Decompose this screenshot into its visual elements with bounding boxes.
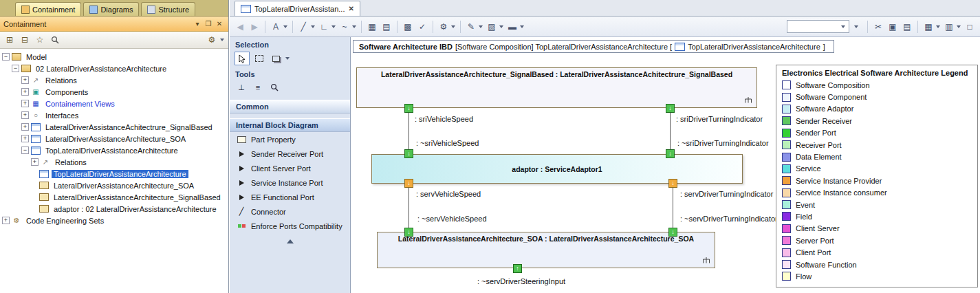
tree-item-part-adaptor[interactable]: adaptor : 02 LateralDriverAssistanceArch…	[0, 203, 228, 215]
tree-item-top-architecture-diagram-selected[interactable]: TopLateralDriverAssistanceArchitecture	[0, 168, 228, 180]
block-signalbased[interactable]: LateralDriverAssistanceArchitecture_Sign…	[356, 67, 757, 108]
table2-dropdown-button[interactable]: ▥	[942, 19, 956, 34]
tree-item-model[interactable]: − Model	[0, 51, 228, 63]
palette-item-connector[interactable]: ╱ Connector	[230, 204, 350, 219]
label-servVehicleSpeed[interactable]: : servVehicleSpeed	[416, 190, 481, 198]
tree-item-soa-diagram[interactable]: + LateralDriverAssistanceArchitecture_SO…	[0, 133, 228, 144]
window-button[interactable]: □	[963, 19, 977, 34]
palette-item-service-instance-port[interactable]: Service Instance Port	[230, 175, 350, 190]
palette-item-ee-functional-port[interactable]: EE Functional Port	[230, 190, 350, 204]
close-tab-icon[interactable]: ✕	[348, 5, 353, 12]
label-sriVehicleSpeed[interactable]: : sriVehicleSpeed	[415, 115, 473, 123]
style-combo-box[interactable]	[787, 20, 849, 33]
port-sriDriverTurningIndicator[interactable]: ↓	[666, 104, 675, 113]
oblique-path-button[interactable]: ╱	[296, 19, 310, 34]
tree-item-relations[interactable]: + ↗ Relations	[0, 156, 228, 168]
curve-path-button[interactable]: ~	[338, 19, 351, 34]
palette-item-sender-receiver-port[interactable]: Sender Receiver Port	[230, 146, 350, 161]
tree-item-relations[interactable]: + ↗ Relations	[0, 74, 228, 86]
section-internal-block-diagram[interactable]: Internal Block Diagram	[230, 118, 350, 132]
palette-collapse-button[interactable]	[230, 233, 350, 250]
tree-item-code-engineering-sets[interactable]: + ⚙ Code Engineering Sets	[0, 215, 228, 226]
port-conj-servVehicleSpeed[interactable]: ↓	[404, 228, 413, 237]
label-conj-servDriverTurningIndicator[interactable]: : ~servDriverTurningIndicator	[680, 215, 778, 223]
connector-servDriverTurningIndicator[interactable]	[673, 188, 673, 228]
favorites-icon[interactable]: ☆	[33, 33, 47, 47]
label-sriDriverTurningIndicator[interactable]: : sriDriverTurningIndicator	[676, 115, 763, 123]
palette-item-part-property[interactable]: Part Property	[230, 132, 350, 146]
snap-grid-button[interactable]: ▤	[380, 19, 393, 34]
sticky-tool-button[interactable]: ⊥	[235, 81, 248, 94]
label-conj-servVehicleSpeed[interactable]: : ~servVehicleSpeed	[417, 215, 487, 223]
palette-item-enforce-ports-compatibility[interactable]: Enforce Ports Compatibility	[230, 219, 350, 233]
quick-layout-button[interactable]: A	[269, 19, 283, 34]
tree-item-part-signalbased[interactable]: LateralDriverAssistanceArchitecture_Sign…	[0, 191, 228, 203]
expand-expander-icon[interactable]: +	[21, 111, 29, 119]
block-adaptor[interactable]: adaptor : ServiceAdaptor1	[371, 154, 743, 184]
tree-item-interfaces[interactable]: + ○ Interfaces	[0, 109, 228, 121]
panel-menu-icon[interactable]: ▾	[192, 19, 203, 29]
port-servVehicleSpeed[interactable]: ↓	[404, 179, 413, 188]
block-soa[interactable]: LateralDriverAssistanceArchitecture_SOA …	[377, 232, 715, 268]
collapse-all-icon[interactable]: ⊞	[3, 33, 17, 47]
show-grid-button[interactable]: ▦	[365, 19, 379, 34]
palette-item-client-server-port[interactable]: Client Server Port	[230, 161, 350, 175]
zoom-tool-button[interactable]	[268, 81, 281, 94]
line-color-button[interactable]: ▬	[505, 19, 519, 34]
expand-expander-icon[interactable]: +	[21, 76, 29, 84]
validate-button[interactable]: ✓	[415, 19, 429, 34]
expand-expander-icon[interactable]: +	[21, 88, 29, 96]
tree-item-part-soa[interactable]: LateralDriverAssistanceArchitecture_SOA	[0, 180, 228, 191]
diagram-options-gear-icon[interactable]: ⚙	[437, 19, 450, 34]
align-tool-button[interactable]: ≡	[251, 81, 265, 94]
expand-expander-icon[interactable]: +	[21, 135, 29, 142]
expand-expander-icon[interactable]: +	[21, 123, 29, 131]
tree-item-top-architecture[interactable]: − TopLateralDriverAssistanceArchitecture	[0, 144, 228, 156]
marquee-select-button[interactable]	[252, 52, 266, 65]
label-conj-sriVehicleSpeed[interactable]: : ~sriVehicleSpeed	[416, 139, 479, 147]
combo-extra-dropdown[interactable]	[850, 19, 864, 34]
save-as-image-button[interactable]: ▩	[401, 19, 415, 34]
label-servDriverTurningIndicator[interactable]: : servDriverTurningIndicator	[680, 190, 773, 198]
search-icon[interactable]	[48, 33, 62, 47]
document-tab[interactable]: TopLateralDriverAssistan... ✕	[235, 1, 360, 16]
expand-all-icon[interactable]: ⊟	[18, 33, 32, 47]
connector-sriVehicleSpeed[interactable]	[409, 113, 409, 149]
diagram-header[interactable]: Software Architecture IBD [Software Comp…	[353, 40, 834, 53]
port-conj-sriVehicleSpeed[interactable]: ↓	[404, 149, 413, 158]
port-conj-servDriverTurningIndicator[interactable]: ↓	[668, 228, 677, 237]
multi-select-button[interactable]	[269, 52, 283, 65]
port-conj-sriDriverTurningIndicator[interactable]: ↓	[666, 149, 675, 158]
expand-expander-icon[interactable]: +	[21, 100, 29, 107]
collapse-expander-icon[interactable]: −	[12, 65, 19, 72]
pen-style-button[interactable]: ✎	[464, 19, 478, 34]
table-dropdown-button[interactable]: ▦	[922, 19, 935, 34]
connector-servVehicleSpeed[interactable]	[409, 188, 409, 228]
back-button[interactable]: ◀	[233, 19, 247, 34]
collapse-expander-icon[interactable]: −	[2, 53, 10, 61]
paste-button[interactable]: ▤	[900, 19, 914, 34]
close-panel-icon[interactable]: ✕	[214, 19, 225, 29]
collapse-expander-icon[interactable]: −	[21, 146, 29, 154]
label-conj-servDriverSteeringInput[interactable]: : ~servDriverSteeringInput	[477, 277, 565, 285]
architecture-legend[interactable]: Electronics Electrical Software Architec…	[776, 65, 978, 287]
tree-item-signalbased-diagram[interactable]: + LateralDriverAssistanceAchitectrure_Si…	[0, 121, 228, 133]
port-servDriverTurningIndicator[interactable]: ↓	[668, 179, 677, 188]
tab-containment[interactable]: Containment	[15, 2, 81, 16]
port-sriVehicleSpeed[interactable]: ↓	[404, 104, 413, 113]
tree-item-containment-views[interactable]: + ▦ Containement Views	[0, 98, 228, 109]
tab-structure[interactable]: Structure	[141, 2, 195, 16]
gear-icon[interactable]: ⚙	[205, 33, 219, 47]
float-panel-icon[interactable]: ❐	[203, 19, 214, 29]
rectilinear-path-button[interactable]: ∟	[317, 19, 331, 34]
fill-color-button[interactable]: ▨	[485, 19, 499, 34]
forward-button[interactable]: ▶	[248, 19, 261, 34]
expand-expander-icon[interactable]: +	[31, 158, 39, 166]
diagram-canvas[interactable]: Software Architecture IBD [Software Comp…	[351, 37, 980, 293]
label-conj-sriDriverTurningIndicator[interactable]: : ~sriDriverTurningIndicator	[677, 139, 769, 147]
tab-diagrams[interactable]: Diagrams	[83, 2, 139, 16]
copy-button[interactable]: ▣	[886, 19, 900, 34]
tree-item-architecture-package[interactable]: − 02 LateralDriverAssistanceArchitecture	[0, 63, 228, 74]
connector-sriDriverTurningIndicator[interactable]	[670, 113, 671, 149]
cut-button[interactable]: ✂	[871, 19, 885, 34]
